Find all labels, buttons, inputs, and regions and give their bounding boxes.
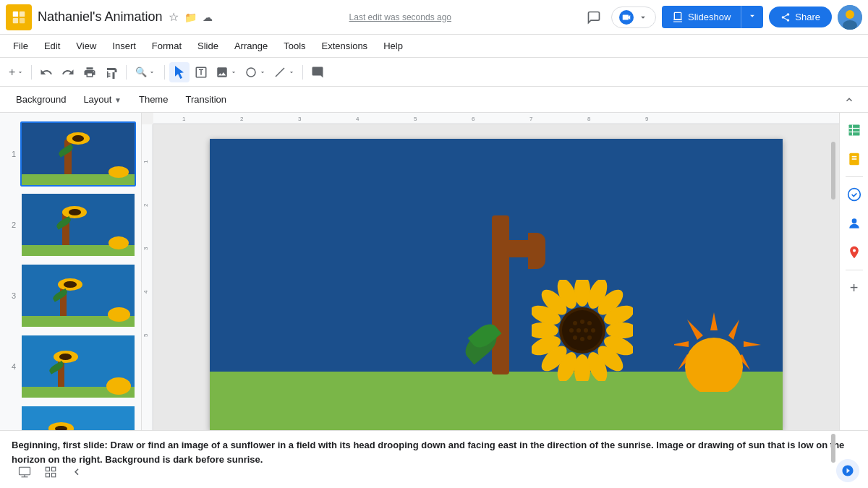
cloud-icon[interactable]: ☁ <box>203 12 213 23</box>
svg-point-6 <box>846 10 854 19</box>
comment-button[interactable] <box>582 6 605 29</box>
slide-view[interactable] <box>153 124 839 430</box>
menu-tools[interactable]: Tools <box>276 38 312 54</box>
main-slide[interactable] <box>210 139 783 430</box>
menu-extensions[interactable]: Extensions <box>315 38 375 54</box>
svg-rect-4 <box>674 12 681 19</box>
line-tool[interactable] <box>271 62 298 82</box>
sidebar-divider-2 <box>846 270 863 270</box>
svg-point-31 <box>606 322 633 338</box>
slide-thumb-3[interactable] <box>20 263 136 328</box>
slide-thumb-4[interactable] <box>20 334 136 399</box>
svg-point-46 <box>580 320 584 324</box>
svg-rect-77 <box>52 467 56 471</box>
share-button[interactable]: Share <box>769 7 832 27</box>
svg-text:1: 1 <box>142 160 149 163</box>
svg-point-35 <box>574 354 590 381</box>
menu-help[interactable]: Help <box>376 38 410 54</box>
editor-area: 1 2 3 4 5 6 7 8 9 1 2 3 4 5 <box>142 113 839 430</box>
svg-text:4: 4 <box>142 290 149 294</box>
svg-text:8: 8 <box>587 116 591 122</box>
svg-text:3: 3 <box>142 247 149 250</box>
menu-edit[interactable]: Edit <box>37 38 67 54</box>
folder-icon[interactable]: 📁 <box>184 12 197 23</box>
background-button[interactable]: Background <box>9 91 73 108</box>
toolbar-right: Slideshow Share <box>582 5 862 30</box>
slide-num-4: 4 <box>6 362 16 371</box>
tasks-icon[interactable] <box>843 183 866 206</box>
collapse-toolbar-button[interactable] <box>839 90 859 110</box>
slideshow-button[interactable]: Slideshow <box>662 6 741 28</box>
svg-text:4: 4 <box>356 116 359 122</box>
doc-title[interactable]: Nathaniel's Animation <box>38 9 163 25</box>
menu-file[interactable]: File <box>6 38 35 54</box>
transition-button[interactable]: Transition <box>178 91 234 108</box>
menu-insert[interactable]: Insert <box>105 38 143 54</box>
sidebar-divider-1 <box>846 176 863 177</box>
slideshow-dropdown-button[interactable] <box>741 6 763 28</box>
svg-rect-73 <box>20 467 30 475</box>
menu-format[interactable]: Format <box>145 38 189 54</box>
slide-item-3[interactable]: 3 <box>0 260 141 331</box>
notes-bold-text: Beginning, first slide: Draw or find an … <box>12 440 844 465</box>
add-button[interactable]: + <box>6 62 27 82</box>
shapes-tool[interactable] <box>242 62 269 82</box>
contacts-icon[interactable] <box>843 212 866 235</box>
theme-button[interactable]: Theme <box>132 91 175 108</box>
svg-text:1: 1 <box>182 116 186 122</box>
grid-view-button[interactable] <box>41 462 61 482</box>
svg-text:5: 5 <box>142 333 149 337</box>
svg-point-49 <box>576 328 581 333</box>
star-icon[interactable]: ☆ <box>169 10 179 24</box>
slide-thumb-1[interactable] <box>20 121 136 187</box>
view-controls <box>9 462 93 482</box>
slide-item-2[interactable]: 2 <box>0 189 141 260</box>
menu-arrange[interactable]: Arrange <box>227 38 275 54</box>
textbox-tool[interactable] <box>191 62 211 82</box>
notes-scrollbar[interactable] <box>831 434 835 463</box>
svg-marker-56 <box>728 320 739 340</box>
slide-item-1[interactable]: 1 <box>0 119 141 189</box>
menu-slide[interactable]: Slide <box>190 38 226 54</box>
main-area: 1 <box>0 113 868 430</box>
menu-view[interactable]: View <box>69 38 103 54</box>
spacer: Last edit was seconds ago <box>224 12 576 22</box>
svg-rect-78 <box>46 474 49 477</box>
slide-thumb-5[interactable] <box>20 405 136 430</box>
svg-rect-79 <box>52 474 56 477</box>
zoom-button[interactable]: 🔍 <box>131 62 160 82</box>
slide-num-3: 3 <box>6 291 16 300</box>
svg-text:2: 2 <box>142 203 149 207</box>
svg-rect-2 <box>13 17 18 22</box>
slide-item-5[interactable]: 5 <box>0 402 141 430</box>
smart-compose-button[interactable] <box>836 459 859 482</box>
undo-button[interactable] <box>36 62 56 82</box>
vertical-scrollbar[interactable] <box>831 142 835 200</box>
app-icon[interactable] <box>6 4 32 30</box>
divider-3 <box>164 65 165 80</box>
redo-button[interactable] <box>58 62 78 82</box>
last-edit-text: Last edit was seconds ago <box>349 12 451 22</box>
avatar[interactable] <box>838 5 862 30</box>
slide-item-4[interactable]: 4 <box>0 331 141 402</box>
expand-panel-button[interactable] <box>67 462 87 482</box>
maps-icon[interactable] <box>843 241 866 264</box>
layout-button[interactable]: Layout ▼ <box>76 91 129 108</box>
add-sidebar-button[interactable]: + <box>843 276 866 299</box>
svg-point-50 <box>584 328 588 333</box>
cursor-tool[interactable] <box>169 62 190 82</box>
slide-thumb-2[interactable] <box>20 192 136 257</box>
comment-tool[interactable] <box>307 62 328 82</box>
speaker-notes-view-button[interactable] <box>14 462 35 482</box>
menu-bar: File Edit View Insert Format Slide Arran… <box>0 35 868 58</box>
image-tool[interactable] <box>213 62 240 82</box>
paint-format-button[interactable] <box>101 62 122 82</box>
svg-marker-57 <box>744 341 761 347</box>
sheets-icon[interactable] <box>843 119 866 142</box>
svg-point-62 <box>685 338 743 392</box>
print-button[interactable] <box>80 62 100 82</box>
keep-icon[interactable] <box>843 147 866 171</box>
meet-button[interactable] <box>611 7 656 28</box>
divider-1 <box>31 65 32 80</box>
share-label: Share <box>795 12 820 22</box>
